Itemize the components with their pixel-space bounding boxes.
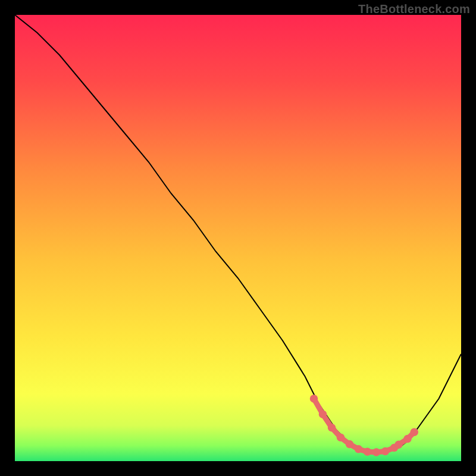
optimal-point <box>403 435 412 443</box>
optimal-point <box>364 448 372 456</box>
chart-stage: TheBottleneck.com <box>0 0 476 476</box>
optimal-point <box>337 433 345 441</box>
optimal-range-dots <box>15 15 461 461</box>
optimal-point <box>346 440 354 449</box>
optimal-point <box>411 428 419 437</box>
optimal-point <box>394 441 403 449</box>
watermark-text: TheBottleneck.com <box>358 2 470 16</box>
optimal-point <box>372 448 381 456</box>
optimal-point <box>319 411 327 419</box>
optimal-point <box>310 394 318 403</box>
optimal-point <box>328 424 336 432</box>
optimal-point <box>355 445 363 453</box>
optimal-point <box>381 447 390 456</box>
plot-area <box>15 15 461 461</box>
